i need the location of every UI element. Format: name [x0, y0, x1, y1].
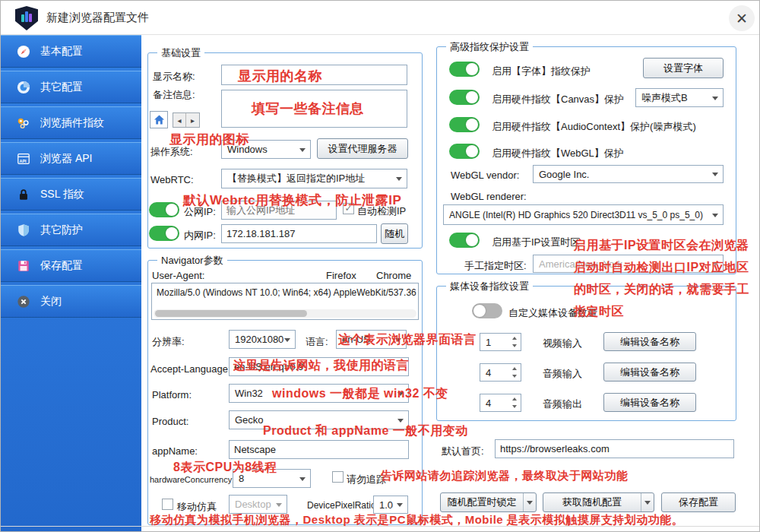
public-ip-toggle[interactable] — [149, 202, 179, 217]
audiocontext-fingerprint-toggle[interactable] — [449, 117, 480, 132]
sidebar-item-label: 浏览插件指纹 — [40, 116, 104, 130]
webrtc-mode-select[interactable]: 【替换模式】返回指定的IP地址 — [221, 169, 407, 188]
sidebar-item-browser-api[interactable]: API 浏览器 API — [1, 142, 141, 175]
chevron-down-icon — [712, 214, 718, 217]
sidebar-item-other-config[interactable]: 其它配置 — [1, 71, 141, 103]
ua-scrollbar[interactable] — [154, 309, 416, 318]
homepage-input[interactable] — [495, 439, 734, 458]
ip-timezone-toggle[interactable] — [449, 233, 480, 248]
sidebar-item-label: SSL 指纹 — [40, 188, 84, 201]
random-ip-button[interactable]: 随机 — [381, 223, 408, 244]
spinner-down-icon[interactable] — [508, 342, 520, 350]
language-label: 语言: — [306, 335, 328, 349]
set-fonts-button[interactable]: 设置字体 — [643, 58, 724, 78]
device-pixel-ratio-value: 1.0 — [379, 499, 393, 511]
canvas-fingerprint-toggle[interactable] — [449, 90, 480, 105]
remark-label: 备注信息: — [153, 88, 195, 102]
chevron-down-icon — [276, 503, 282, 507]
prev-arrow-icon[interactable]: ◂ — [173, 113, 186, 127]
spinner-down-icon[interactable] — [508, 403, 520, 410]
save-config-button[interactable]: 保存配置 — [661, 492, 736, 512]
random-config-lock-button[interactable]: 随机配置时锁定 — [440, 492, 537, 512]
sidebar-item-basic-config[interactable]: 基本配置 — [1, 35, 141, 68]
annotation-display-name: 显示用的名称 — [238, 67, 322, 85]
appname-input[interactable] — [229, 440, 409, 459]
sidebar-item-close[interactable]: 关闭 — [1, 285, 141, 318]
edit-video-device-names-button[interactable]: 编辑设备名称 — [603, 332, 696, 351]
mobile-mode-select[interactable]: Desktop — [229, 495, 287, 514]
close-window-button[interactable]: ✕ — [729, 5, 755, 31]
chevron-down-icon — [299, 148, 306, 152]
spinner-down-icon[interactable] — [508, 372, 520, 380]
annotation-hardware: 8表示CPU为8线程 — [173, 460, 277, 476]
user-agent-box[interactable]: Mozilla/5.0 (Windows NT 10.0; Win64; x64… — [151, 283, 419, 320]
spinner-up-icon[interactable] — [508, 334, 520, 342]
font-fingerprint-toggle[interactable] — [449, 62, 480, 77]
lan-ip-input[interactable] — [221, 224, 377, 243]
sidebar-item-label: 其它防护 — [40, 223, 83, 237]
sidebar-item-other-protection[interactable]: 其它防护 — [1, 214, 141, 246]
webgl-renderer-value: ANGLE (Intel(R) HD Graphics 520 Direct3D… — [449, 210, 703, 220]
next-arrow-icon[interactable]: ▸ — [186, 113, 199, 127]
platform-value: Win32 — [235, 388, 263, 399]
lan-ip-toggle[interactable] — [149, 226, 179, 241]
audio-input-count: 4 — [486, 367, 491, 378]
hardware-concurrency-label: hardwareConcurrency: — [150, 475, 234, 484]
chrome-link[interactable]: Chrome — [376, 270, 411, 281]
webrtc-mode-value: 【替换模式】返回指定的IP地址 — [227, 172, 365, 185]
get-random-config-label: 获取随机配置 — [562, 496, 622, 509]
spinner-up-icon[interactable] — [508, 395, 520, 403]
chevron-down-icon — [397, 419, 404, 423]
do-not-track-checkbox[interactable] — [332, 471, 344, 483]
firefox-link[interactable]: Firefox — [326, 270, 356, 281]
webgl-fingerprint-toggle[interactable] — [449, 144, 480, 159]
basic-settings-legend: 基础设置 — [157, 46, 204, 60]
canvas-noise-mode-select[interactable]: 噪声模式B — [635, 88, 724, 107]
navigator-legend: Navigator参数 — [157, 254, 227, 268]
custom-media-device-toggle[interactable] — [472, 303, 502, 318]
product-value: Gecko — [235, 414, 264, 426]
chevron-down-icon[interactable] — [641, 493, 654, 511]
chevron-down-icon — [396, 177, 402, 181]
chevron-down-icon — [712, 173, 718, 176]
webrtc-label: WebRTC: — [150, 174, 194, 185]
api-window-icon: API — [16, 151, 31, 166]
annotation-webrtc: 默认Webrtc用替换模式，防止泄露IP — [183, 192, 401, 209]
window-title: 新建浏览器配置文件 — [46, 11, 149, 25]
mobile-emulation-label: 移动仿真 — [177, 500, 217, 514]
sidebar-item-save-config[interactable]: 保存配置 — [1, 249, 141, 282]
get-random-config-button[interactable]: 获取随机配置 — [543, 492, 654, 512]
icon-pager[interactable]: ◂▸ — [173, 112, 200, 128]
annotation-mobile: 移动仿真为模拟手机浏览器，Desktop 表示是PC鼠标模式，Mobile 是表… — [150, 513, 683, 527]
video-input-count: 1 — [486, 337, 491, 348]
chevron-down-icon — [299, 477, 306, 481]
sidebar-item-label: 关闭 — [40, 295, 62, 309]
product-label: Product: — [152, 416, 188, 427]
edit-audio-output-device-names-button[interactable]: 编辑设备名称 — [603, 393, 696, 412]
home-icon-button[interactable] — [150, 111, 168, 128]
ua-scrollbar-thumb[interactable] — [155, 310, 307, 317]
audio-output-count-stepper[interactable]: 4 — [480, 394, 521, 412]
sidebar-item-label: 保存配置 — [40, 259, 83, 273]
close-circle-icon — [16, 294, 31, 309]
home-icon — [154, 114, 165, 125]
resolution-select[interactable]: 1920x1080 — [229, 330, 296, 349]
video-input-count-stepper[interactable]: 1 — [480, 333, 521, 351]
chevron-down-icon[interactable] — [523, 493, 536, 511]
proxy-settings-button[interactable]: 设置代理服务器 — [317, 138, 408, 159]
edit-audio-input-device-names-button[interactable]: 编辑设备名称 — [603, 363, 696, 382]
user-agent-value: Mozilla/5.0 (Windows NT 10.0; Win64; x64… — [157, 287, 416, 298]
annotation-icon: 显示用的图标 — [169, 131, 249, 148]
new-browser-profile-window: 新建浏览器配置文件 ✕ 基本配置 其它配置 浏览插件指纹 API — [0, 0, 760, 532]
webgl-renderer-select[interactable]: ANGLE (Intel(R) HD Graphics 520 Direct3D… — [443, 204, 724, 225]
homepage-label: 默认首页: — [442, 445, 484, 458]
audio-input-count-stepper[interactable]: 4 — [480, 363, 521, 382]
mobile-emulation-checkbox[interactable] — [162, 499, 173, 510]
sidebar-item-ssl-fingerprint[interactable]: SSL 指纹 — [1, 178, 141, 211]
webgl-vendor-select[interactable]: Google Inc. — [533, 165, 724, 183]
spinner-up-icon[interactable] — [508, 365, 520, 372]
device-pixel-ratio-select[interactable]: 1.0 — [373, 496, 408, 514]
sidebar-item-plugin-fingerprint[interactable]: 浏览插件指纹 — [1, 106, 141, 139]
sidebar: 基本配置 其它配置 浏览插件指纹 API 浏览器 API SSL 指纹 — [1, 35, 141, 532]
audiocontext-fingerprint-label: 启用硬件指纹【AudioContext】保护(噪声模式) — [492, 120, 696, 134]
